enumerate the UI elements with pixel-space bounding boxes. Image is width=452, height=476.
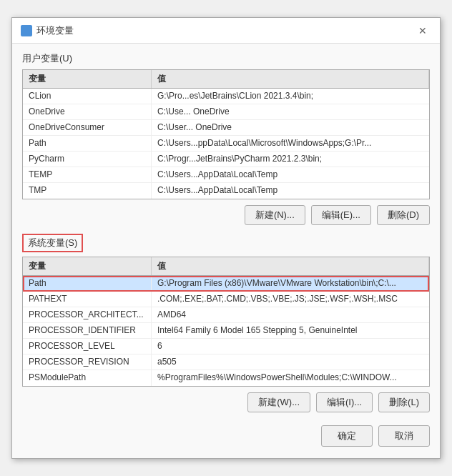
- user-edit-button[interactable]: 编辑(E)...: [311, 205, 371, 225]
- cancel-button[interactable]: 取消: [378, 425, 430, 447]
- system-buttons-row: 新建(W)... 编辑(I)... 删除(L): [22, 392, 430, 412]
- system-delete-button[interactable]: 删除(L): [378, 392, 430, 412]
- system-col-var-header: 变量: [23, 257, 152, 275]
- environment-variables-window: 环境变量 ✕ 用户变量(U) 变量 值 CLion G:\Pro...es\Je…: [11, 17, 441, 459]
- table-row[interactable]: PROCESSOR_ARCHITECT... AMD64: [23, 307, 429, 323]
- user-col-val-header: 值: [152, 70, 429, 88]
- user-variables-table: 变量 值 CLion G:\Pro...es\JetBrains\CLion 2…: [22, 69, 430, 199]
- table-row[interactable]: PROCESSOR_LEVEL 6: [23, 339, 429, 354]
- table-row[interactable]: PROCESSOR_REVISION a505: [23, 354, 429, 370]
- window-title: 环境变量: [36, 24, 74, 37]
- table-cell-val: C:\Users...AppData\Local\Temp: [152, 167, 429, 182]
- table-cell-val: G:\Pro...es\JetBrains\CLion 2021.3.4\bin…: [152, 89, 429, 104]
- ok-cancel-row: 确定 取消: [22, 421, 430, 450]
- table-cell-val: AMD64: [152, 307, 429, 322]
- user-col-var-header: 变量: [23, 70, 152, 88]
- table-cell-var: PROCESSOR_ARCHITECT...: [23, 307, 152, 322]
- table-cell-var: CLion: [23, 89, 152, 104]
- table-cell-var: OneDrive: [23, 104, 152, 119]
- table-row[interactable]: TMP C:\Users...AppData\Local\Temp: [23, 183, 429, 199]
- table-cell-var: PyCharm: [23, 152, 152, 167]
- table-cell-val: Intel64 Family 6 Model 165 Stepping 5, G…: [152, 323, 429, 338]
- table-cell-val: C:\Use... OneDrive: [152, 104, 429, 119]
- user-buttons-row: 新建(N)... 编辑(E)... 删除(D): [22, 205, 430, 225]
- table-cell-val: G:\Program Files (x86)\VMware\VMware Wor…: [152, 276, 429, 291]
- table-cell-var: PROCESSOR_LEVEL: [23, 339, 152, 354]
- table-cell-val: 6: [152, 339, 429, 354]
- system-section-label-wrapper: 系统变量(S): [22, 234, 430, 257]
- system-table-header: 变量 值: [23, 257, 429, 276]
- system-edit-button[interactable]: 编辑(I)...: [316, 392, 373, 412]
- table-row[interactable]: CLion G:\Pro...es\JetBrains\CLion 2021.3…: [23, 89, 429, 104]
- table-row[interactable]: PSModulePath %ProgramFiles%\WindowsPower…: [23, 370, 429, 386]
- system-table-body: Path G:\Program Files (x86)\VMware\VMwar…: [23, 276, 429, 386]
- table-row[interactable]: OneDrive C:\Use... OneDrive: [23, 104, 429, 120]
- title-bar: 环境变量 ✕: [12, 18, 440, 44]
- window-icon: [21, 25, 32, 36]
- table-cell-var: PSModulePath: [23, 370, 152, 386]
- user-section-label: 用户变量(U): [22, 52, 430, 65]
- window-body: 用户变量(U) 变量 值 CLion G:\Pro...es\JetBrains…: [12, 44, 440, 458]
- close-button[interactable]: ✕: [414, 22, 431, 39]
- table-cell-var: PROCESSOR_IDENTIFIER: [23, 323, 152, 338]
- table-cell-val: C:\User... OneDrive: [152, 120, 429, 135]
- system-section-label: 系统变量(S): [22, 234, 83, 252]
- user-new-button[interactable]: 新建(N)...: [245, 205, 305, 225]
- table-cell-var: Path: [23, 276, 152, 291]
- table-row[interactable]: Path C:\Users...ppData\Local\Microsoft\W…: [23, 136, 429, 152]
- system-col-val-header: 值: [152, 257, 429, 275]
- user-table-header: 变量 值: [23, 70, 429, 89]
- user-delete-button[interactable]: 删除(D): [377, 205, 430, 225]
- table-row[interactable]: OneDriveConsumer C:\User... OneDrive: [23, 120, 429, 136]
- table-cell-val: %ProgramFiles%\WindowsPowerShell\Modules…: [152, 370, 429, 386]
- ok-button[interactable]: 确定: [321, 425, 373, 447]
- table-row[interactable]: TEMP C:\Users...AppData\Local\Temp: [23, 167, 429, 183]
- table-row[interactable]: PATHEXT .COM;.EXE;.BAT;.CMD;.VBS;.VBE;.J…: [23, 292, 429, 307]
- title-bar-left: 环境变量: [21, 24, 74, 37]
- table-cell-var: PATHEXT: [23, 292, 152, 307]
- table-cell-var: PROCESSOR_REVISION: [23, 354, 152, 370]
- table-cell-val: .COM;.EXE;.BAT;.CMD;.VBS;.VBE;.JS;.JSE;.…: [152, 292, 429, 307]
- table-cell-val: C:\Users...AppData\Local\Temp: [152, 183, 429, 199]
- table-row[interactable]: PyCharm C:\Progr...JetBrains\PyCharm 202…: [23, 152, 429, 167]
- table-cell-val: C:\Progr...JetBrains\PyCharm 2021.2.3\bi…: [152, 152, 429, 167]
- table-cell-var: Path: [23, 136, 152, 151]
- user-table-body: CLion G:\Pro...es\JetBrains\CLion 2021.3…: [23, 89, 429, 199]
- table-cell-var: OneDriveConsumer: [23, 120, 152, 135]
- table-cell-val: a505: [152, 354, 429, 370]
- system-variables-table: 变量 值 Path G:\Program Files (x86)\VMware\…: [22, 257, 430, 387]
- table-cell-var: TEMP: [23, 167, 152, 182]
- system-new-button[interactable]: 新建(W)...: [247, 392, 310, 412]
- table-cell-var: TMP: [23, 183, 152, 199]
- table-row[interactable]: PROCESSOR_IDENTIFIER Intel64 Family 6 Mo…: [23, 323, 429, 339]
- table-row[interactable]: Path G:\Program Files (x86)\VMware\VMwar…: [23, 276, 429, 292]
- table-cell-val: C:\Users...ppData\Local\Microsoft\Window…: [152, 136, 429, 151]
